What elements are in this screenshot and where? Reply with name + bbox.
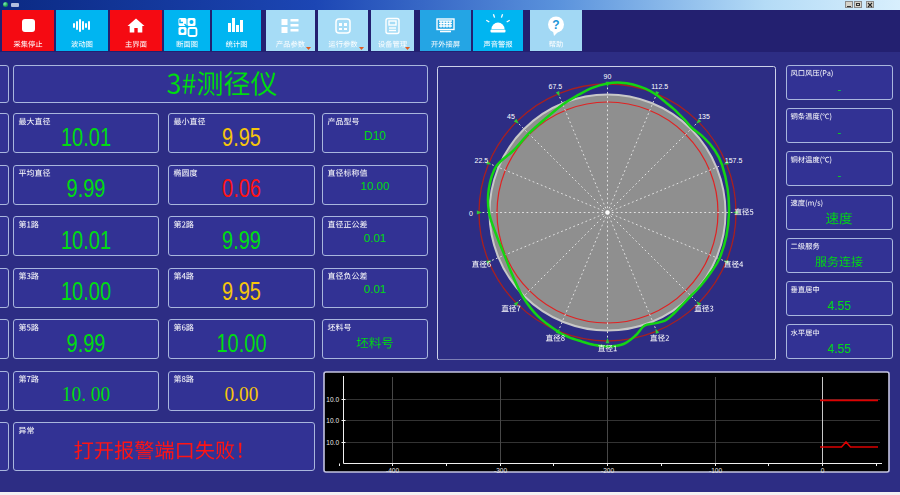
svg-text:?: ? [552, 18, 559, 32]
